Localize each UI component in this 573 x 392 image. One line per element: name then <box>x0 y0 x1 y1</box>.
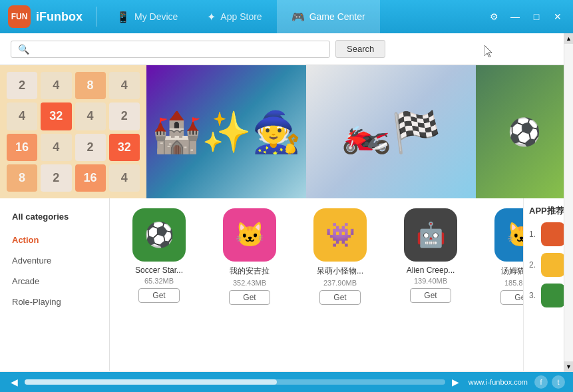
app-name-cute-monster: 呆萌小怪物... <box>317 266 363 277</box>
search-input-wrapper: 🔍 <box>11 41 330 58</box>
app-card-tom-run: 🐱汤姆猫跑酷185.82MBGet <box>482 208 523 305</box>
rec-item-1: 1. <box>529 222 568 246</box>
get-button-tom-run[interactable]: Get <box>500 290 523 305</box>
twitter-icon[interactable]: t <box>552 375 565 389</box>
tile-8: 8 <box>7 164 37 192</box>
right-scrollbar: ▲ ▼ <box>564 33 573 372</box>
app-name-my-angela: 我的安吉拉 <box>230 266 270 277</box>
gamecenter-icon: 🎮 <box>291 11 305 23</box>
app-card-soccer-star: ⚽Soccer Star...65.32MBGet <box>120 208 198 305</box>
tab-gamecenter[interactable]: 🎮 Game Center <box>277 0 380 33</box>
sidebar-item-action[interactable]: Action <box>0 230 109 250</box>
footer-url: www.i-funbox.com <box>469 378 528 386</box>
app-icon-my-angela: 🐱 <box>223 208 276 262</box>
scroll-right-arrow[interactable]: ▶ <box>449 377 462 387</box>
app-card-alien-creep: 🤖Alien Creep...139.40MBGet <box>391 208 470 305</box>
search-bar: 🔍 Search <box>0 33 573 65</box>
tile-8: 8 <box>75 72 106 99</box>
tile-2: 2 <box>75 134 106 161</box>
get-button-cute-monster[interactable]: Get <box>319 290 360 305</box>
tile-4: 4 <box>41 134 71 161</box>
facebook-icon[interactable]: f <box>534 375 548 389</box>
rec-icon-3 <box>541 284 565 307</box>
minimize-button[interactable]: — <box>505 7 525 27</box>
settings-button[interactable]: ⚙ <box>484 7 504 27</box>
banner-fantasy: 🏰✨🧙 <box>146 65 306 198</box>
apps-grid: ⚽Soccer Star...65.32MBGet🐱我的安吉拉352.43MBG… <box>110 198 523 371</box>
banner-strategy: ⚽ <box>476 65 573 198</box>
app-icon-soccer-star: ⚽ <box>132 208 186 262</box>
scroll-down-button[interactable]: ▼ <box>564 361 573 372</box>
bottom-scroll: ◀ ▶ <box>8 377 462 387</box>
tile-4: 4 <box>75 102 106 130</box>
tab-mydevice[interactable]: 📱 My Device <box>102 0 192 33</box>
window-controls: ⚙ — □ ✕ <box>484 7 573 27</box>
appstore-icon: ✦ <box>207 11 216 23</box>
tile-16: 16 <box>75 164 106 192</box>
scrollbar-track <box>25 379 445 385</box>
tile-16: 16 <box>7 134 37 161</box>
nav-divider <box>96 7 96 27</box>
app-icon-alien-creep: 🤖 <box>404 208 457 262</box>
right-panel-title: APP推荐 <box>529 205 568 217</box>
tile-2: 2 <box>109 102 140 130</box>
app-size-alien-creep: 139.40MB <box>414 277 447 285</box>
footer-icons: f t <box>534 375 565 389</box>
rec-item-2: 2. <box>529 253 568 277</box>
lower-section: All categories Action Adventure Arcade R… <box>0 198 573 371</box>
tile-4: 4 <box>109 72 140 99</box>
sidebar-item-adventure[interactable]: Adventure <box>0 250 109 271</box>
search-icon: 🔍 <box>18 44 29 55</box>
get-button-my-angela[interactable]: Get <box>229 290 270 305</box>
app-size-cute-monster: 237.90MB <box>323 279 357 287</box>
get-button-soccer-star[interactable]: Get <box>138 288 179 303</box>
app-icon-cute-monster: 👾 <box>313 208 367 262</box>
sidebar: All categories Action Adventure Arcade R… <box>0 198 110 371</box>
app-size-soccer-star: 65.32MB <box>144 277 174 285</box>
banner-2048: 24844324216423282164 <box>0 65 146 198</box>
search-input[interactable] <box>33 44 313 54</box>
app-name-tom-run: 汤姆猫跑酷 <box>501 266 523 277</box>
apps-row: ⚽Soccer Star...65.32MBGet🐱我的安吉拉352.43MBG… <box>120 208 513 305</box>
maximize-button[interactable]: □ <box>526 7 546 27</box>
app-size-tom-run: 185.82MB <box>504 279 523 287</box>
app-wrapper: FUN iFunbox 📱 My Device ✦ App Store 🎮 Ga… <box>0 0 573 392</box>
rec-icon-1 <box>541 222 565 246</box>
scroll-up-button[interactable]: ▲ <box>564 33 573 44</box>
get-button-alien-creep[interactable]: Get <box>410 288 451 303</box>
sidebar-title: All categories <box>0 208 109 230</box>
rec-icon-2 <box>541 253 565 277</box>
app-size-my-angela: 352.43MB <box>233 279 266 287</box>
app-card-cute-monster: 👾呆萌小怪物...237.90MBGet <box>301 208 379 305</box>
scrollbar-thumb <box>25 379 277 385</box>
content-area: ⚽Soccer Star...65.32MBGet🐱我的安吉拉352.43MBG… <box>110 198 523 371</box>
tile-32: 32 <box>41 102 71 130</box>
vscroll-track <box>564 44 573 361</box>
logo-area: FUN iFunbox <box>0 5 91 28</box>
tab-appstore[interactable]: ✦ App Store <box>192 0 276 33</box>
logo-icon: FUN <box>8 5 31 28</box>
tile-2: 2 <box>41 164 71 192</box>
sidebar-item-roleplaying[interactable]: Role-Playing <box>0 292 109 312</box>
tile-32: 32 <box>109 134 140 161</box>
rec-item-3: 3. <box>529 284 568 307</box>
app-card-my-angela: 🐱我的安吉拉352.43MBGet <box>210 208 289 305</box>
search-button[interactable]: Search <box>335 40 385 58</box>
app-title: iFunbox <box>36 10 83 24</box>
scroll-left-arrow[interactable]: ◀ <box>8 377 21 387</box>
app-name-soccer-star: Soccer Star... <box>135 266 183 275</box>
app-icon-tom-run: 🐱 <box>494 208 523 262</box>
app-name-alien-creep: Alien Creep... <box>407 266 455 275</box>
sidebar-item-arcade[interactable]: Arcade <box>0 271 109 292</box>
tile-4: 4 <box>7 102 37 130</box>
banner-section: 24844324216423282164 🏰✨🧙 🏍️🏁 ⚽ <box>0 65 573 198</box>
tile-4: 4 <box>41 72 71 99</box>
close-button[interactable]: ✕ <box>548 7 568 27</box>
bottom-bar: ◀ ▶ www.i-funbox.com f t <box>0 372 573 392</box>
titlebar: FUN iFunbox 📱 My Device ✦ App Store 🎮 Ga… <box>0 0 573 33</box>
banner-motocross: 🏍️🏁 <box>306 65 476 198</box>
tile-2: 2 <box>7 72 37 99</box>
tile-4: 4 <box>109 164 140 192</box>
mydevice-icon: 📱 <box>116 11 130 23</box>
